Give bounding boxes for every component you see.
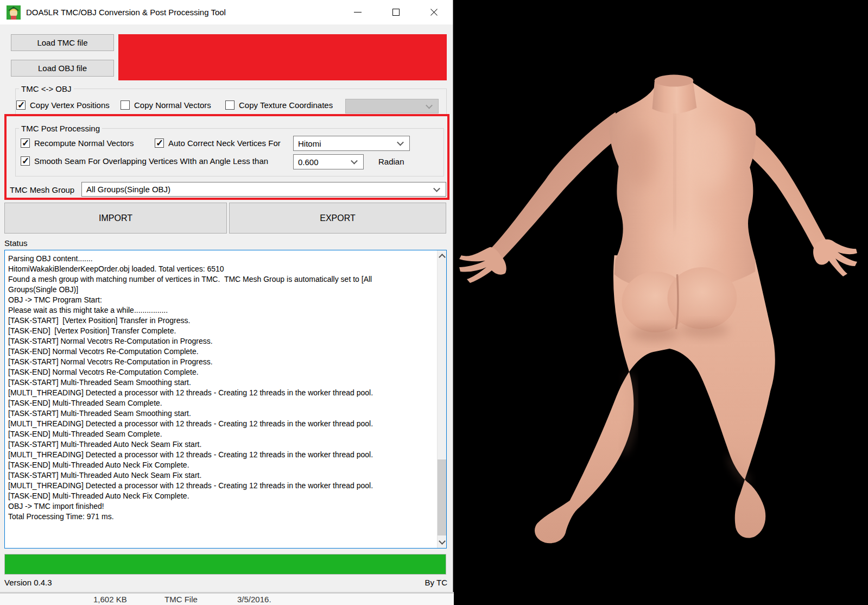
file-type-text: TMC File [164, 595, 198, 604]
checkbox-recompute-normals[interactable]: Recompute Normal Vectors [21, 138, 134, 148]
checkbox-copy-normal-vectors[interactable]: Copy Normal Vectors [121, 100, 211, 110]
load-tmc-file-button[interactable]: Load TMC file [11, 34, 114, 51]
model-viewport[interactable] [454, 0, 868, 605]
checkbox-auto-correct-neck[interactable]: Auto Correct Neck Vertices For [155, 138, 281, 148]
mesh-group-combo-value: All Groups(Single OBJ) [86, 185, 170, 194]
title-bar: DOA5LR TMC/OBJ Conversion & Post Process… [0, 0, 453, 24]
status-log-text: Parsing OBJ content.......HitomiWakakiBl… [8, 254, 433, 522]
mesh-group-combo[interactable]: All Groups(Single OBJ) [81, 182, 446, 197]
maximize-button[interactable] [377, 0, 415, 24]
close-button[interactable] [415, 0, 453, 24]
close-icon [430, 8, 438, 16]
neck-character-combo[interactable]: Hitomi [293, 136, 410, 151]
texture-combo-disabled [345, 99, 439, 114]
checkbox-label: Recompute Normal Vectors [34, 138, 134, 148]
checkbox-icon[interactable] [121, 100, 130, 110]
checkbox-label: Auto Correct Neck Vertices For [168, 138, 281, 148]
app-window: DOA5LR TMC/OBJ Conversion & Post Process… [0, 0, 453, 592]
file-date-text: 3/5/2016. [237, 595, 271, 604]
scrollbar-thumb[interactable] [438, 459, 447, 535]
version-label: Version 0.4.3 [4, 578, 52, 587]
3d-model-body [454, 0, 868, 605]
neck-character-combo-value: Hitomi [298, 139, 321, 148]
load-obj-file-button[interactable]: Load OBJ file [11, 60, 114, 77]
checkbox-icon[interactable] [21, 138, 30, 148]
scroll-up-icon[interactable] [439, 254, 446, 261]
export-button[interactable]: EXPORT [229, 203, 446, 234]
angle-threshold-combo[interactable]: 0.600 [293, 154, 364, 169]
checkbox-icon[interactable] [16, 100, 26, 110]
checkbox-copy-vertex-positions[interactable]: Copy Vertex Positions [16, 100, 110, 110]
author-label: By TC [425, 578, 447, 587]
checkbox-label: Copy Normal Vectors [134, 100, 211, 110]
import-button[interactable]: IMPORT [4, 203, 227, 234]
tmc-obj-group-title: TMC <-> OBJ [19, 84, 74, 93]
file-size-text: 1,602 KB [93, 595, 127, 604]
checkbox-icon[interactable] [155, 138, 164, 148]
checkbox-smooth-seam[interactable]: Smooth Seam For Overlapping Vertices WIt… [21, 156, 268, 166]
minimize-icon [354, 12, 362, 12]
status-label: Status [4, 238, 28, 248]
checkbox-copy-texture-coordinates[interactable]: Copy Texture Coordinates [225, 100, 333, 110]
background-explorer-strip: 1,602 KB TMC File 3/5/2016. [0, 592, 465, 605]
model-neck-cut [655, 75, 694, 87]
maximize-icon [392, 9, 400, 16]
chevron-down-icon [397, 139, 404, 146]
chevron-down-icon [351, 157, 358, 165]
mesh-group-label: TMC Mesh Group [10, 185, 74, 194]
chevron-down-icon [433, 185, 440, 192]
checkbox-icon[interactable] [225, 100, 235, 110]
post-processing-group-title: TMC Post Processing [19, 124, 102, 133]
checkbox-icon[interactable] [21, 156, 30, 166]
window-title: DOA5LR TMC/OBJ Conversion & Post Process… [26, 8, 226, 17]
checkbox-label: Copy Vertex Positions [30, 100, 110, 110]
radian-unit-label: Radian [378, 157, 404, 166]
checkbox-label: Smooth Seam For Overlapping Vertices WIt… [34, 156, 268, 166]
chevron-down-icon [426, 102, 433, 109]
angle-threshold-combo-value: 0.600 [298, 157, 319, 167]
scroll-down-icon[interactable] [439, 538, 446, 545]
checkbox-label: Copy Texture Coordinates [239, 100, 333, 110]
progress-bar [4, 554, 446, 575]
app-icon [7, 5, 21, 20]
status-log-box[interactable]: Parsing OBJ content.......HitomiWakakiBl… [4, 250, 447, 549]
minimize-button[interactable] [339, 0, 377, 24]
status-scrollbar[interactable] [437, 250, 446, 548]
file-path-redaction [118, 34, 447, 80]
